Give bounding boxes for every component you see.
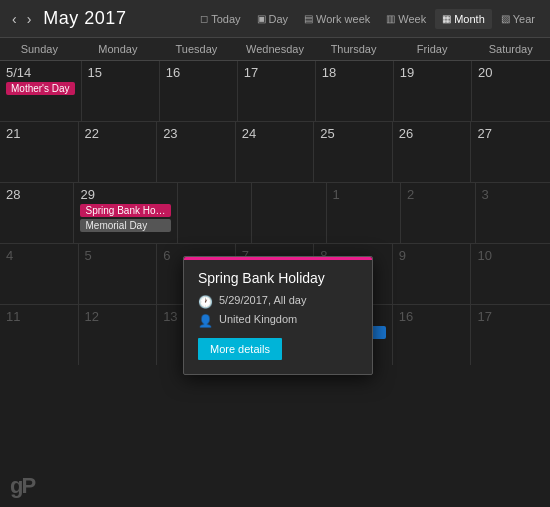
day-number: 20	[478, 65, 544, 80]
popup-accent-bar	[184, 257, 372, 260]
event-pill[interactable]: Memorial Day	[80, 219, 170, 232]
day-number: 1	[333, 187, 395, 202]
day-cell[interactable]	[178, 183, 253, 243]
calendar: SundayMondayTuesdayWednesdayThursdayFrid…	[0, 38, 550, 507]
day-cell[interactable]: 16	[160, 61, 238, 121]
day-cell[interactable]: 15	[82, 61, 160, 121]
day-cell[interactable]: 11	[0, 305, 79, 365]
day-cell[interactable]: 2	[401, 183, 475, 243]
clock-icon: 🕐	[198, 295, 213, 309]
day-number: 4	[6, 248, 72, 263]
popup-datetime: 5/29/2017, All day	[219, 294, 306, 306]
month-button[interactable]: ▦ Month	[435, 9, 492, 29]
person-icon: 👤	[198, 314, 213, 328]
year-icon: ▧	[501, 13, 510, 24]
more-details-button[interactable]: More details	[198, 338, 282, 360]
day-header: Tuesday	[157, 38, 236, 60]
popup-location-row: 👤 United Kingdom	[198, 313, 358, 328]
day-number: 19	[400, 65, 465, 80]
view-buttons: ◻ Today ▣ Day ▤ Work week ▥ Week ▦ Month…	[193, 9, 542, 29]
day-cell[interactable]: 25	[314, 122, 393, 182]
day-cell[interactable]: 21	[0, 122, 79, 182]
day-cell[interactable]: 17	[471, 305, 550, 365]
day-cell[interactable]: 23	[157, 122, 236, 182]
month-icon: ▦	[442, 13, 451, 24]
day-cell[interactable]: 27	[471, 122, 550, 182]
day-cell[interactable]: 12	[79, 305, 158, 365]
day-number: 24	[242, 126, 308, 141]
day-cell[interactable]: 26	[393, 122, 472, 182]
day-button[interactable]: ▣ Day	[250, 9, 296, 29]
day-number: 15	[88, 65, 153, 80]
day-cell[interactable]: 10	[471, 244, 550, 304]
month-title: May 2017	[43, 8, 126, 29]
day-number: 5	[85, 248, 151, 263]
day-cell[interactable]: 5	[79, 244, 158, 304]
popup-title: Spring Bank Holiday	[198, 270, 358, 286]
day-cell[interactable]: 3	[476, 183, 551, 243]
day-header: Sunday	[0, 38, 79, 60]
week-row: 2829Spring Bank Ho…Memorial Day123	[0, 183, 550, 244]
today-button[interactable]: ◻ Today	[193, 9, 247, 29]
nav-arrows: ‹ ›	[8, 9, 35, 29]
calendar-body: 5/14Mother's Day151617181920212223242526…	[0, 61, 550, 507]
day-cell[interactable]	[252, 183, 326, 243]
event-pill[interactable]: Mother's Day	[6, 82, 75, 95]
prev-button[interactable]: ‹	[8, 9, 21, 29]
day-number: 17	[244, 65, 309, 80]
day-header: Wednesday	[236, 38, 315, 60]
day-number: 16	[399, 309, 465, 324]
day-number: 17	[477, 309, 544, 324]
day-cell[interactable]: 22	[79, 122, 158, 182]
next-button[interactable]: ›	[23, 9, 36, 29]
day-number: 27	[477, 126, 544, 141]
popup-datetime-row: 🕐 5/29/2017, All day	[198, 294, 358, 309]
today-label: Today	[211, 13, 240, 25]
day-number: 3	[482, 187, 545, 202]
day-number: 2	[407, 187, 468, 202]
day-icon: ▣	[257, 13, 266, 24]
day-number: 22	[85, 126, 151, 141]
day-cell[interactable]: 18	[316, 61, 394, 121]
day-header: Monday	[79, 38, 158, 60]
day-header: Saturday	[471, 38, 550, 60]
day-cell[interactable]: 4	[0, 244, 79, 304]
day-cell[interactable]: 28	[0, 183, 74, 243]
workweek-button[interactable]: ▤ Work week	[297, 9, 377, 29]
event-popup: Spring Bank Holiday 🕐 5/29/2017, All day…	[183, 256, 373, 375]
day-header: Friday	[393, 38, 472, 60]
week-label: Week	[398, 13, 426, 25]
day-cell[interactable]: 19	[394, 61, 472, 121]
week-icon: ▥	[386, 13, 395, 24]
popup-card: Spring Bank Holiday 🕐 5/29/2017, All day…	[183, 256, 373, 375]
day-cell[interactable]: 17	[238, 61, 316, 121]
week-button[interactable]: ▥ Week	[379, 9, 433, 29]
week-row: 5/14Mother's Day151617181920	[0, 61, 550, 122]
day-cell[interactable]: 24	[236, 122, 315, 182]
day-cell[interactable]: 29Spring Bank Ho…Memorial Day	[74, 183, 177, 243]
logo: gP	[10, 473, 34, 499]
today-icon: ◻	[200, 13, 208, 24]
day-number: 18	[322, 65, 387, 80]
day-number: 26	[399, 126, 465, 141]
workweek-label: Work week	[316, 13, 370, 25]
day-cell[interactable]: 16	[393, 305, 472, 365]
year-button[interactable]: ▧ Year	[494, 9, 542, 29]
day-cell[interactable]: 1	[327, 183, 402, 243]
day-number: 23	[163, 126, 229, 141]
day-label: Day	[269, 13, 289, 25]
event-pill[interactable]: Spring Bank Ho…	[80, 204, 170, 217]
month-label: Month	[454, 13, 485, 25]
day-number: 21	[6, 126, 72, 141]
week-row: 21222324252627	[0, 122, 550, 183]
day-number: 9	[399, 248, 465, 263]
toolbar: ‹ › May 2017 ◻ Today ▣ Day ▤ Work week ▥…	[0, 0, 550, 38]
day-number: 11	[6, 309, 72, 324]
day-cell[interactable]: 5/14Mother's Day	[0, 61, 82, 121]
day-headers: SundayMondayTuesdayWednesdayThursdayFrid…	[0, 38, 550, 61]
day-number: 5/14	[6, 65, 75, 80]
day-cell[interactable]: 20	[472, 61, 550, 121]
year-label: Year	[513, 13, 535, 25]
day-number: 10	[477, 248, 544, 263]
day-cell[interactable]: 9	[393, 244, 472, 304]
